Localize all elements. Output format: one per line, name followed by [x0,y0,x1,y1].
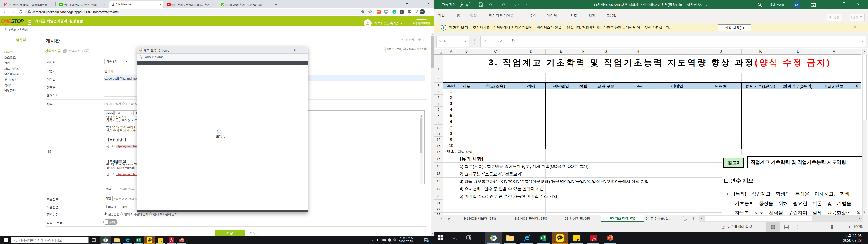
svg-text:TALK: TALK [148,239,151,241]
svg-text:1: 1 [390,240,391,242]
svg-text:TALK: TALK [558,237,562,238]
